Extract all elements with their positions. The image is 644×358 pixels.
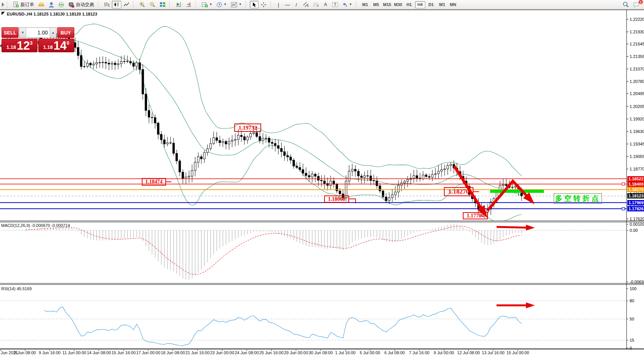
arrows-tool-dropdown[interactable]: ▼ [340, 1, 354, 8]
candlestick-mode-button[interactable] [112, 1, 121, 8]
chart-canvas[interactable]: 1.222201.219301.216451.213551.210701.207… [0, 0, 644, 358]
volume-stepper: ▼ 1.00 ▲ [19, 27, 56, 38]
timeframe-button-d1[interactable]: D1 [426, 1, 436, 8]
svg-text:0.001097: 0.001097 [630, 222, 644, 227]
price-annotation-17704[interactable]: 1.17704 [463, 212, 488, 219]
svg-text:1.18270: 1.18270 [628, 187, 644, 192]
svg-text:1.18400: 1.18400 [628, 182, 644, 186]
timeframe-button-m1[interactable]: M1 [360, 1, 370, 8]
annotation-text: 1.19732 [238, 125, 257, 131]
timeframe-button-w1[interactable]: W1 [437, 1, 447, 8]
line-chart-icon [124, 2, 129, 7]
arrow-shapes-icon [342, 2, 348, 7]
chart-title: EURUSD-,H4 1.18125 1.18130 1.18120 1.181… [7, 12, 97, 16]
timeframe-dropdown[interactable]: ▼ [215, 1, 229, 8]
svg-text:24 Jun 08:00: 24 Jun 08:00 [235, 350, 259, 355]
gold-tool-button[interactable] [36, 1, 46, 8]
text-label-tool[interactable]: T [330, 1, 340, 8]
timeframe-button-m30[interactable]: M30 [393, 1, 403, 8]
svg-text:9 Jun 16:00: 9 Jun 16:00 [39, 350, 61, 355]
partial-icon [2, 2, 5, 8]
sell-price-tile[interactable]: 1.18 12 3 [2, 39, 38, 52]
support-zone-bar[interactable] [490, 190, 544, 193]
toolbar-separator [169, 1, 172, 8]
buy-price-prefix: 1.18 [43, 44, 53, 50]
new-order-button[interactable]: 新订单 [11, 1, 36, 8]
toolbar-separator [133, 1, 136, 8]
volume-decrease-button[interactable]: ▼ [20, 28, 26, 38]
chart-shift-icon [186, 2, 192, 7]
timeframe-button-m15[interactable]: M15 [382, 1, 392, 8]
crosshair-tool-button[interactable] [259, 1, 268, 8]
autotrading-label: 自动交易 [76, 2, 94, 8]
channel-tool[interactable]: E [301, 1, 311, 8]
annotation-text: 1.17704 [467, 213, 484, 219]
svg-text:30 Jun 08:00: 30 Jun 08:00 [309, 350, 333, 355]
sell-button[interactable]: SELL [2, 27, 19, 38]
bar-chart-mode-button[interactable] [102, 1, 111, 8]
clock-icon [216, 2, 222, 8]
svg-text:8 Jun 08:00: 8 Jun 08:00 [14, 350, 36, 355]
svg-text:23 Jun 00:00: 23 Jun 00:00 [210, 350, 234, 355]
buy-button[interactable]: BUY [57, 27, 74, 38]
price-annotation-19732[interactable]: 1.19732 [234, 124, 261, 132]
price-annotation-18474[interactable]: 1.18474 [142, 178, 166, 186]
svg-text:0: 0 [630, 346, 632, 350]
notifications-button[interactable]: 1 [631, 1, 641, 8]
timeframe-button-h4[interactable]: H4 [415, 1, 425, 8]
cursor-icon [252, 2, 257, 8]
horizontal-line-tool[interactable]: — [283, 1, 292, 8]
buy-price-tile[interactable]: 1.18 14 0 [38, 39, 74, 52]
timeframe-button-h1[interactable]: H1 [404, 1, 414, 8]
zoom-in-button[interactable] [137, 1, 147, 8]
vertical-line-tool[interactable]: | [274, 1, 283, 8]
text-tool[interactable]: A [321, 1, 330, 8]
svg-text:1.19630: 1.19630 [630, 129, 644, 134]
sell-price-pipette: 3 [30, 40, 33, 46]
timeframe-toolbar: M1M5M15M30H1H4D1W1MN [360, 1, 458, 8]
price-annotation-18270[interactable]: 1.18270 [444, 187, 473, 196]
toolbar-separator [196, 1, 198, 8]
equidistant-channel-icon: E [303, 2, 309, 7]
search-button[interactable] [621, 1, 631, 8]
trendline-tool[interactable]: / [292, 1, 301, 8]
buy-price-pipette: 0 [67, 40, 69, 46]
signal-button[interactable] [56, 1, 66, 8]
annotation-text: 1.18474 [145, 179, 163, 185]
search-icon [623, 2, 629, 8]
clipped-toolbar-icon[interactable] [1, 1, 5, 8]
text-tool-icon: A [324, 2, 327, 7]
vertical-line-icon: | [278, 2, 279, 7]
svg-text:15 Jun 16:00: 15 Jun 16:00 [111, 350, 136, 355]
tile-windows-button[interactable] [158, 1, 168, 8]
new-chart-dropdown[interactable]: ▼ [200, 1, 214, 8]
svg-text:1.21355: 1.21355 [630, 54, 644, 59]
candlestick-icon [114, 2, 119, 7]
volume-increase-button[interactable]: ▲ [50, 28, 56, 38]
fibonacci-tool[interactable]: F [311, 1, 321, 8]
svg-text:1.17826: 1.17826 [628, 206, 644, 211]
toolbar-separator [246, 1, 248, 8]
subwindow-marker[interactable] [2, 12, 5, 15]
timeframe-button-mn[interactable]: MN [448, 1, 458, 8]
zoom-out-button[interactable] [147, 1, 157, 8]
price-annotation-18068[interactable]: 1.18068 [324, 195, 349, 203]
volume-input[interactable]: 1.00 [26, 28, 50, 38]
svg-text:9 Jul 00:00: 9 Jul 00:00 [434, 350, 454, 355]
buy-price-main: 14 [53, 40, 66, 52]
timeframe-button-m5[interactable]: M5 [371, 1, 381, 8]
svg-text:1.19345: 1.19345 [630, 142, 644, 146]
line-chart-mode-button[interactable] [122, 1, 131, 8]
autotrading-button[interactable]: 自动交易 [66, 1, 96, 8]
autoscroll-button[interactable] [174, 1, 183, 8]
dropdown-arrow-icon: ▼ [224, 3, 227, 6]
chart-shift-button[interactable] [184, 1, 194, 8]
text-label-icon: T [332, 2, 338, 7]
indicators-dropdown[interactable]: ▼ [229, 1, 244, 8]
svg-text:21 Jun 16:00: 21 Jun 16:00 [185, 350, 210, 355]
cursor-tool-button[interactable] [250, 1, 259, 8]
turning-point-callout[interactable]: 多空转折点 [554, 193, 602, 204]
new-order-label: 新订单 [20, 2, 34, 8]
svg-text:5 Jul 00:00: 5 Jul 00:00 [360, 350, 380, 355]
community-button[interactable] [47, 1, 56, 8]
